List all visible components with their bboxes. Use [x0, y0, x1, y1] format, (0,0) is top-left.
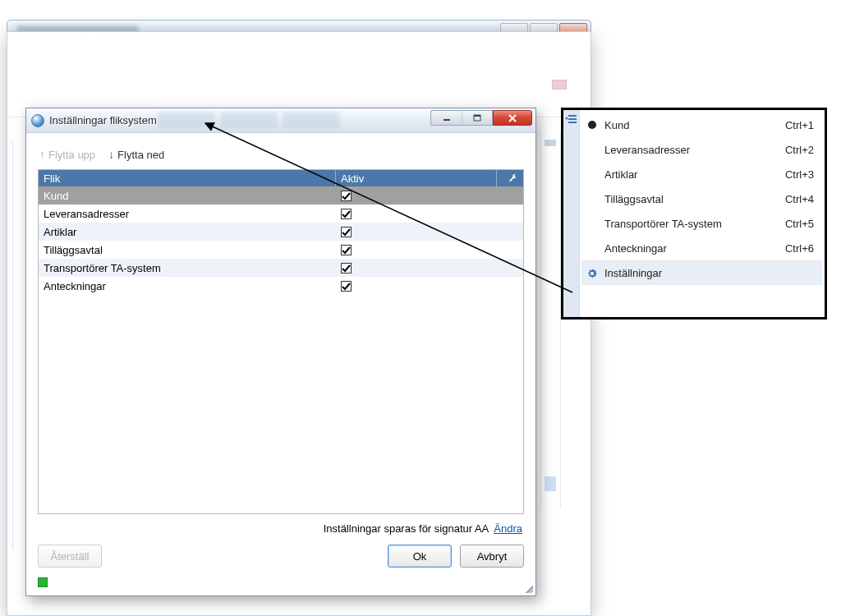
save-info-text: Inställningar sparas för signatur AA [324, 522, 489, 535]
table-row[interactable]: Kund [39, 186, 523, 205]
menu-icon-gutter [563, 110, 580, 317]
menu-item-label: Kund [604, 119, 779, 131]
bullet-icon [586, 119, 598, 131]
maximize-button[interactable] [462, 110, 493, 126]
menu-item-shortcut: Ctrl+4 [785, 193, 814, 205]
move-up-button[interactable]: ↑ Flytta upp [39, 148, 95, 161]
menu-item-label: Transportörer TA-system [604, 218, 779, 230]
menu-item-shortcut: Ctrl+2 [785, 144, 814, 156]
change-signature-link[interactable]: Ändra [494, 522, 522, 535]
status-indicator-icon [38, 577, 48, 587]
cancel-button[interactable]: Avbryt [460, 545, 524, 568]
arrow-up-icon: ↑ [39, 148, 45, 161]
empty-icon [586, 218, 598, 229]
cell-tab-name: Anteckningar [39, 280, 336, 292]
table-header: Flik Aktiv [39, 170, 523, 186]
col-header-config[interactable] [497, 170, 523, 186]
cell-active [336, 281, 497, 292]
cell-tab-name: Kund [39, 190, 336, 202]
table-row[interactable]: Anteckningar [39, 277, 523, 295]
menu-item[interactable]: Transportörer TA-systemCtrl+5 [581, 211, 822, 236]
cell-active [336, 227, 497, 237]
menu-item-shortcut: Ctrl+1 [785, 119, 814, 131]
move-down-label: Flytta ned [117, 149, 164, 161]
active-checkbox[interactable] [341, 209, 352, 219]
dialog-title: Inställningar fliksystem [49, 114, 157, 126]
minimize-button[interactable] [430, 110, 462, 126]
menu-item[interactable]: TilläggsavtalCtrl+4 [581, 186, 822, 211]
cell-active [336, 209, 497, 219]
cell-active [336, 245, 497, 255]
close-button[interactable] [493, 110, 532, 126]
app-icon [31, 114, 44, 127]
tab-dropdown-icon[interactable] [565, 113, 578, 125]
col-header-aktiv[interactable]: Aktiv [336, 170, 497, 186]
table-row[interactable]: Transportörer TA-system [39, 259, 523, 277]
menu-item[interactable]: LeveransadresserCtrl+2 [581, 137, 822, 162]
tab-settings-dialog: Inställningar fliksystem ↑ Flytta upp ↓ … [25, 108, 536, 596]
reorder-toolbar: ↑ Flytta upp ↓ Flytta ned [38, 145, 524, 169]
menu-item-settings[interactable]: Inställningar [581, 260, 822, 285]
active-checkbox[interactable] [341, 191, 352, 201]
menu-item[interactable]: ArtiklarCtrl+3 [581, 162, 822, 186]
cell-active [336, 191, 497, 201]
reset-button-label: Återställ [51, 550, 90, 563]
resize-grip[interactable] [523, 583, 533, 593]
active-checkbox[interactable] [341, 263, 352, 274]
empty-icon [586, 193, 598, 205]
menu-item-label: Leveransadresser [604, 144, 779, 156]
menu-item-label: Tilläggsavtal [604, 193, 779, 205]
menu-item-label: Inställningar [604, 267, 814, 279]
menu-item-shortcut: Ctrl+6 [785, 242, 814, 255]
ribbon-ghost-icon [552, 80, 567, 90]
active-checkbox[interactable] [341, 245, 352, 255]
menu-item-shortcut: Ctrl+5 [785, 218, 814, 230]
empty-icon [586, 242, 598, 254]
col-header-flik[interactable]: Flik [39, 170, 336, 186]
context-menu-annotation: KundCtrl+1LeveransadresserCtrl+2Artiklar… [561, 108, 827, 319]
move-up-label: Flytta upp [48, 149, 95, 161]
arrow-down-icon: ↓ [108, 148, 114, 161]
dialog-titlebar[interactable]: Inställningar fliksystem [26, 108, 535, 133]
tabs-context-menu: KundCtrl+1LeveransadresserCtrl+2Artiklar… [581, 113, 822, 315]
menu-item-label: Anteckningar [604, 242, 779, 255]
menu-item-label: Artiklar [604, 168, 779, 181]
active-checkbox[interactable] [341, 281, 352, 292]
ok-button-label: Ok [413, 550, 427, 563]
svg-marker-8 [565, 117, 568, 120]
gear-icon [586, 268, 598, 279]
cancel-button-label: Avbryt [477, 550, 508, 563]
empty-icon [586, 144, 598, 155]
tabs-table[interactable]: Flik Aktiv KundLeveransadresserArtiklarT… [38, 169, 524, 514]
menu-item[interactable]: AnteckningarCtrl+6 [581, 236, 822, 260]
active-checkbox[interactable] [341, 227, 352, 237]
menu-item-shortcut: Ctrl+3 [785, 168, 814, 181]
background-gutter [540, 131, 561, 509]
cell-tab-name: Transportörer TA-system [39, 262, 336, 274]
cell-tab-name: Leveransadresser [39, 208, 336, 220]
reset-button[interactable]: Återställ [38, 545, 102, 568]
table-row[interactable]: Leveransadresser [39, 205, 523, 223]
move-down-button[interactable]: ↓ Flytta ned [108, 148, 164, 161]
wrench-icon [508, 173, 518, 183]
cell-active [336, 263, 497, 274]
empty-icon [586, 168, 598, 180]
menu-item[interactable]: KundCtrl+1 [581, 113, 822, 137]
cell-tab-name: Artiklar [39, 226, 336, 238]
cell-tab-name: Tilläggsavtal [39, 244, 336, 256]
ok-button[interactable]: Ok [388, 545, 452, 568]
table-row[interactable]: Artiklar [39, 223, 523, 241]
table-row[interactable]: Tilläggsavtal [39, 241, 523, 259]
